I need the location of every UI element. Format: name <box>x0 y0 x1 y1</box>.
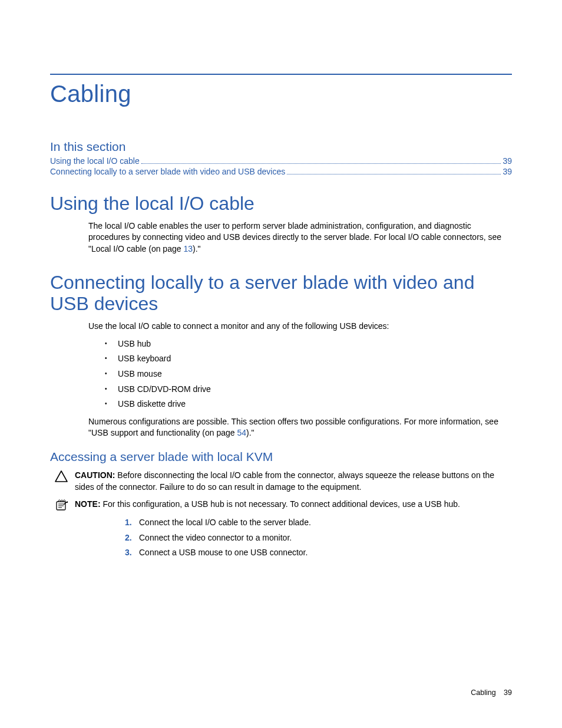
toc-heading: In this section <box>50 140 512 154</box>
toc-dots <box>287 174 501 174</box>
bullet-list: USB hub USB keyboard USB mouse USB CD/DV… <box>88 338 512 410</box>
caution-icon <box>55 470 75 482</box>
step-item: Connect the video connector to a monitor… <box>125 532 512 544</box>
step-item: Connect the local I/O cable to the serve… <box>125 517 512 529</box>
list-item: USB CD/DVD-ROM drive <box>110 384 512 396</box>
section-body: The local I/O cable enables the user to … <box>88 220 512 255</box>
paragraph: Use the local I/O cable to connect a mon… <box>88 321 512 332</box>
top-rule <box>50 74 512 75</box>
page-link[interactable]: 54 <box>237 428 246 437</box>
toc-item-label: Using the local I/O cable <box>50 156 140 166</box>
section-heading-connecting-locally: Connecting locally to a server blade wit… <box>50 272 512 315</box>
list-item: USB diskette drive <box>110 398 512 410</box>
caution-admonition: CAUTION: Before disconnecting the local … <box>55 470 512 493</box>
text: Before disconnecting the local I/O cable… <box>75 470 494 492</box>
note-admonition: NOTE: For this configuration, a USB hub … <box>55 499 512 511</box>
toc-item[interactable]: Connecting locally to a server blade wit… <box>50 167 512 176</box>
section-heading-using-io-cable: Using the local I/O cable <box>50 193 512 215</box>
toc-item-label: Connecting locally to a server blade wit… <box>50 167 285 176</box>
caution-label: CAUTION: <box>75 470 115 480</box>
text: Numerous configurations are possible. Th… <box>88 417 498 438</box>
step-item: Connect a USB mouse to one USB connector… <box>125 547 512 559</box>
text: )." <box>193 244 201 253</box>
page: Cabling In this section Using the local … <box>0 0 562 559</box>
paragraph: The local I/O cable enables the user to … <box>88 220 512 255</box>
footer-section: Cabling <box>471 689 495 697</box>
toc-item-page: 39 <box>503 167 512 176</box>
toc-item[interactable]: Using the local I/O cable 39 <box>50 156 512 166</box>
note-icon <box>55 499 75 511</box>
caution-text: CAUTION: Before disconnecting the local … <box>75 470 512 493</box>
text: For this configuration, a USB hub is not… <box>101 499 460 509</box>
list-item: USB mouse <box>110 368 512 380</box>
list-item: USB keyboard <box>110 353 512 365</box>
footer-page-number: 39 <box>504 689 512 697</box>
ordered-steps: Connect the local I/O cable to the serve… <box>88 517 512 559</box>
subsection-heading-accessing-kvm: Accessing a server blade with local KVM <box>50 450 512 464</box>
section-body: Use the local I/O cable to connect a mon… <box>88 321 512 439</box>
note-text: NOTE: For this configuration, a USB hub … <box>75 499 512 510</box>
steps-container: Connect the local I/O cable to the serve… <box>88 517 512 559</box>
page-footer: Cabling 39 <box>471 689 512 697</box>
toc-item-page: 39 <box>503 156 512 166</box>
note-label: NOTE: <box>75 499 101 509</box>
paragraph: Numerous configurations are possible. Th… <box>88 416 512 439</box>
page-link[interactable]: 13 <box>183 244 193 253</box>
text: )." <box>246 428 254 437</box>
text: The local I/O cable enables the user to … <box>88 221 501 253</box>
list-item: USB hub <box>110 338 512 350</box>
page-title: Cabling <box>50 81 512 107</box>
toc-dots <box>141 163 501 164</box>
